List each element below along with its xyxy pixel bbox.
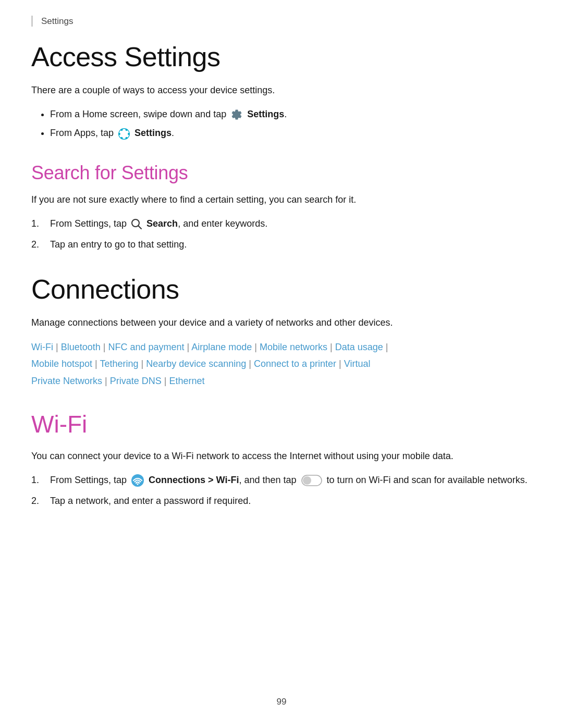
wifi-step1-after: to turn on Wi-Fi and scan for available … bbox=[327, 475, 528, 485]
connections-title: Connections bbox=[31, 274, 532, 305]
link-data-usage[interactable]: Data usage bbox=[335, 342, 383, 352]
access-settings-title: Access Settings bbox=[31, 41, 532, 72]
list-num: 1. bbox=[31, 472, 39, 488]
divider: | bbox=[336, 359, 344, 369]
link-airplane[interactable]: Airplane mode bbox=[191, 342, 252, 352]
search-settings-intro: If you are not sure exactly where to fin… bbox=[31, 192, 532, 207]
connections-section: Connections Manage connections between y… bbox=[31, 274, 532, 389]
bullet-text-before-2: From Apps, tap bbox=[50, 128, 116, 138]
connections-icon bbox=[131, 474, 144, 487]
divider: | bbox=[139, 359, 146, 369]
step1-bold: Search bbox=[146, 218, 178, 229]
bullet-period: . bbox=[284, 109, 287, 119]
toggle-icon bbox=[301, 475, 322, 486]
list-item: 1. From Settings, tap Search, and enter … bbox=[31, 216, 532, 232]
divider: | bbox=[162, 376, 169, 386]
link-bluetooth[interactable]: Bluetooth bbox=[61, 342, 101, 352]
link-wifi[interactable]: Wi-Fi bbox=[31, 342, 53, 352]
link-printer[interactable]: Connect to a printer bbox=[254, 359, 336, 369]
wifi-intro: You can connect your device to a Wi-Fi n… bbox=[31, 449, 532, 464]
divider: | bbox=[101, 342, 108, 352]
search-settings-title: Search for Settings bbox=[31, 162, 532, 184]
wifi-step1-middle: , and then tap bbox=[239, 475, 299, 485]
list-item: 2. Tap a network, and enter a password i… bbox=[31, 493, 532, 509]
list-item: From Apps, tap Settings. bbox=[50, 125, 532, 141]
wifi-steps-list: 1. From Settings, tap Connections > Wi-F… bbox=[31, 472, 532, 509]
bullet-text-before: From a Home screen, swipe down and tap bbox=[50, 109, 229, 119]
step2-text: Tap an entry to go to that setting. bbox=[50, 239, 187, 250]
link-ethernet[interactable]: Ethernet bbox=[169, 376, 204, 386]
wifi-step2-text: Tap a network, and enter a password if r… bbox=[50, 496, 251, 506]
list-item: 1. From Settings, tap Connections > Wi-F… bbox=[31, 472, 532, 488]
search-settings-list: 1. From Settings, tap Search, and enter … bbox=[31, 216, 532, 253]
link-tethering[interactable]: Tethering bbox=[100, 359, 138, 369]
list-num-2: 2. bbox=[31, 493, 39, 509]
connections-intro: Manage connections between your device a… bbox=[31, 315, 532, 330]
link-vpn[interactable]: Virtual bbox=[344, 359, 371, 369]
list-item: 2. Tap an entry to go to that setting. bbox=[31, 237, 532, 253]
wifi-section: Wi-Fi You can connect your device to a W… bbox=[31, 410, 532, 509]
breadcrumb-text: Settings bbox=[41, 16, 73, 26]
divider: | bbox=[383, 342, 388, 352]
divider: | bbox=[327, 342, 335, 352]
list-num: 1. bbox=[31, 216, 39, 232]
access-settings-list: From a Home screen, swipe down and tap S… bbox=[31, 106, 532, 141]
bullet-settings-bold: Settings bbox=[247, 109, 284, 119]
access-settings-section: Access Settings There are a couple of wa… bbox=[31, 41, 532, 141]
svg-point-8 bbox=[303, 476, 311, 485]
svg-line-4 bbox=[139, 226, 142, 229]
access-settings-intro: There are a couple of ways to access you… bbox=[31, 83, 532, 98]
step1-text-before: From Settings, tap bbox=[50, 218, 129, 229]
page-container: Settings Access Settings There are a cou… bbox=[0, 0, 563, 728]
wifi-step1-before: From Settings, tap bbox=[50, 475, 129, 485]
divider: | bbox=[53, 342, 61, 352]
list-item: From a Home screen, swipe down and tap S… bbox=[50, 106, 532, 122]
page-number: 99 bbox=[0, 697, 563, 707]
bullet-period-2: . bbox=[172, 128, 174, 138]
settings-gray-icon bbox=[230, 108, 243, 121]
divider: | bbox=[102, 376, 110, 386]
connections-links: Wi-Fi | Bluetooth | NFC and payment | Ai… bbox=[31, 339, 532, 389]
step1-after: , and enter keywords. bbox=[178, 218, 267, 229]
search-icon bbox=[131, 218, 142, 230]
bullet-settings-bold-2: Settings bbox=[134, 128, 172, 138]
link-mobile-hotspot[interactable]: Mobile hotspot bbox=[31, 359, 92, 369]
settings-blue-icon bbox=[118, 128, 130, 140]
divider: | bbox=[185, 342, 192, 352]
breadcrumb: Settings bbox=[31, 16, 532, 27]
wifi-step1-bold: Connections > Wi-Fi bbox=[149, 475, 239, 485]
link-mobile-networks[interactable]: Mobile networks bbox=[260, 342, 327, 352]
divider: | bbox=[252, 342, 260, 352]
svg-point-6 bbox=[137, 483, 139, 485]
link-private-dns[interactable]: Private DNS bbox=[110, 376, 162, 386]
list-num-2: 2. bbox=[31, 237, 39, 253]
divider: | bbox=[92, 359, 100, 369]
link-vpn-2[interactable]: Private Networks bbox=[31, 376, 102, 386]
wifi-title: Wi-Fi bbox=[31, 410, 532, 438]
link-nearby[interactable]: Nearby device scanning bbox=[146, 359, 246, 369]
divider: | bbox=[246, 359, 254, 369]
link-nfc[interactable]: NFC and payment bbox=[108, 342, 184, 352]
search-settings-section: Search for Settings If you are not sure … bbox=[31, 162, 532, 253]
